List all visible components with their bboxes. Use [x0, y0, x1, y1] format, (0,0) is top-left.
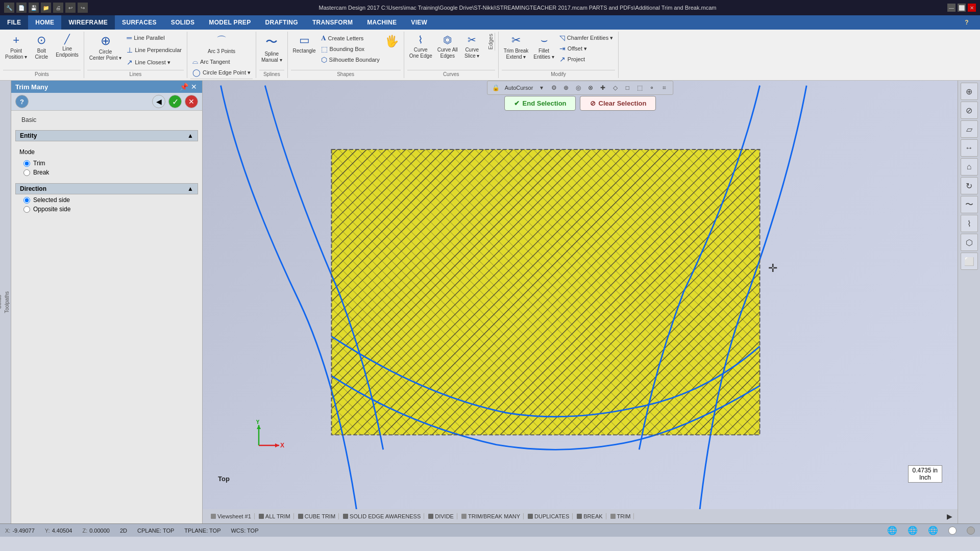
direction-opposite-radio[interactable]: Opposite side — [23, 206, 190, 213]
menu-model-prep[interactable]: MODEL PREP — [202, 15, 258, 30]
menu-solids[interactable]: SOLIDS — [164, 15, 202, 30]
globe-icon1[interactable]: 🌐 — [887, 525, 897, 535]
zoom-extent-button[interactable]: ↔ — [961, 139, 978, 157]
rectangle-button[interactable]: ▭ Rectangle — [291, 33, 318, 55]
square-button[interactable]: ⬜ — [961, 253, 978, 270]
pan-button[interactable]: ▱ — [961, 120, 978, 138]
panel-help-button[interactable]: ? — [15, 95, 29, 108]
autocursor-btn1[interactable]: ⊕ — [560, 82, 572, 93]
save-icon[interactable]: 💾 — [29, 3, 39, 13]
entity-section-header[interactable]: Entity ▲ — [15, 130, 198, 141]
chamfer-entities-button[interactable]: ◹ Chamfer Entities ▾ — [557, 33, 615, 43]
arc-tangent-button[interactable]: ⌓ Arc Tangent — [190, 56, 253, 67]
menu-home[interactable]: HOME — [28, 15, 61, 30]
end-selection-button[interactable]: ✔ End Selection — [504, 96, 576, 111]
circle-white[interactable] — [948, 527, 957, 535]
maximize-button[interactable]: ⬜ — [958, 4, 966, 12]
autocursor-btn9[interactable]: ⌗ — [658, 82, 670, 93]
autocursor-settings-button[interactable]: ⚙ — [548, 82, 559, 93]
print-icon[interactable]: 🖨 — [53, 3, 63, 13]
direction-selected-radio[interactable]: Selected side — [23, 196, 190, 204]
all-trim-label[interactable]: ALL TRIM — [256, 513, 294, 519]
spline-manual-button[interactable]: 〜 SplineManual ▾ — [259, 33, 284, 64]
silhouette-boundary-button[interactable]: ⬡ Silhouette Boundary — [319, 55, 382, 65]
menu-wireframe[interactable]: WIREFRAME — [61, 15, 115, 30]
undo-icon[interactable]: ↩ — [65, 3, 76, 13]
project-button[interactable]: ↗ Project — [557, 54, 615, 64]
create-letters-button[interactable]: 𝐀 Create Letters — [319, 33, 382, 43]
redo-icon[interactable]: ↪ — [78, 3, 88, 13]
minimize-button[interactable]: — — [947, 4, 955, 12]
autocursor-lock-button[interactable]: 🔒 — [491, 82, 502, 93]
line-parallel-button[interactable]: ═ Line Parallel — [125, 33, 184, 43]
panel-close-button[interactable]: ✕ — [190, 83, 198, 91]
menu-machine[interactable]: MACHINE — [360, 15, 404, 30]
cube-trim-label[interactable]: CUBE TRIM — [295, 513, 339, 519]
autocursor-btn6[interactable]: □ — [622, 82, 633, 93]
close-button[interactable]: ✕ — [968, 4, 976, 12]
menu-surfaces[interactable]: SURFACES — [115, 15, 164, 30]
toolpaths-label[interactable]: Toolpaths — [3, 287, 11, 317]
globe-icon2[interactable]: 🌐 — [908, 525, 918, 535]
circle-edge-point-button[interactable]: ◯ Circle Edge Point ▾ — [190, 67, 253, 78]
wave-button[interactable]: 〜 — [961, 196, 978, 213]
menu-file[interactable]: FILE — [0, 15, 28, 30]
trim-break-extend-button[interactable]: ✂ Trim BreakExtend ▾ — [502, 33, 531, 61]
autocursor-btn8[interactable]: ⚬ — [646, 82, 657, 93]
line-endpoints-button[interactable]: ╱ LineEndpoints — [54, 33, 80, 59]
arc-3-points-button[interactable]: ⌒ Arc 3 Points — [190, 33, 253, 56]
canvas-area[interactable]: 🔒 AutoCursor ▾ ⚙ ⊕ ◎ ⊗ ✚ ◇ □ ⬚ ⚬ ⌗ ✔ End… — [203, 81, 958, 523]
panel-cancel-button[interactable]: ✕ — [185, 95, 198, 108]
new-icon[interactable]: 📄 — [16, 3, 27, 13]
window-controls[interactable]: — ⬜ ✕ — [947, 4, 976, 12]
panel-tab-basic[interactable]: Basic — [15, 115, 42, 125]
solids-label[interactable]: Solids — [0, 291, 3, 313]
panel-ok-button[interactable]: ✓ — [168, 95, 182, 108]
curve-one-edge-button[interactable]: ⌇ CurveOne Edge — [407, 33, 434, 60]
duplicates-label[interactable]: DUPLICATES — [525, 513, 573, 519]
circle-center-point-button[interactable]: ⊕ CircleCenter Point ▾ — [87, 33, 124, 62]
solid-edge-label[interactable]: SOLID EDGE AWARENESS — [340, 513, 424, 519]
main-canvas-svg[interactable] — [203, 81, 958, 523]
bolt-circle-button[interactable]: ⊙ BoltCircle — [30, 33, 53, 61]
panel-title-buttons[interactable]: 📌 ✕ — [180, 83, 198, 91]
mode-break-radio[interactable]: Break — [23, 169, 190, 176]
autocursor-btn3[interactable]: ⊗ — [585, 82, 596, 93]
scroll-right-icon[interactable]: ▶ — [947, 512, 952, 520]
mode-trim-radio[interactable]: Trim — [23, 160, 190, 167]
trim-break-many-label[interactable]: TRIM/BREAK MANY — [458, 513, 524, 519]
direction-section-header[interactable]: Direction ▲ — [15, 183, 198, 194]
panel-prev-button[interactable]: ◀ — [152, 95, 165, 108]
viewsheet-label[interactable]: Viewsheet #1 — [208, 513, 255, 519]
home-view-button[interactable]: ⌂ — [961, 158, 978, 176]
title-icons[interactable]: 🔧 📄 💾 📁 🖨 ↩ ↪ — [4, 3, 88, 13]
line-closest-button[interactable]: ↗ Line Closest ▾ — [125, 57, 184, 67]
globe-icon3[interactable]: 🌐 — [928, 525, 938, 535]
curve-all-edges-button[interactable]: ⏣ Curve AllEdges — [435, 33, 460, 60]
autocursor-btn7[interactable]: ⬚ — [634, 82, 645, 93]
help-button[interactable]: ? — [958, 19, 976, 26]
open-icon[interactable]: 📁 — [41, 3, 51, 13]
fillet-entities-button[interactable]: ⌣ FilletEntities ▾ — [531, 33, 556, 61]
zoom-fit-button[interactable]: ⊕ — [961, 83, 978, 100]
autocursor-btn4[interactable]: ✚ — [597, 82, 608, 93]
panel-pin-button[interactable]: 📌 — [180, 83, 188, 91]
hex-button[interactable]: ⬡ — [961, 234, 978, 251]
autocursor-btn2[interactable]: ◎ — [573, 82, 584, 93]
break-label[interactable]: BREAK — [574, 513, 606, 519]
menu-drafting[interactable]: DRAFTING — [258, 15, 305, 30]
circle-gray[interactable] — [967, 527, 975, 535]
zoom-circle-button[interactable]: ⊘ — [961, 102, 978, 119]
rotate-view-button[interactable]: ↻ — [961, 177, 978, 194]
autocursor-btn5[interactable]: ◇ — [609, 82, 621, 93]
trim-label[interactable]: TRIM — [607, 513, 634, 519]
clear-selection-button[interactable]: ⊘ Clear Selection — [580, 96, 656, 111]
menu-view[interactable]: VIEW — [404, 15, 434, 30]
bounding-box-button[interactable]: ⬚ Bounding Box — [319, 44, 382, 54]
divide-label[interactable]: DIVIDE — [425, 513, 457, 519]
line-perpendicular-button[interactable]: ⊥ Line Perpendicular — [125, 45, 184, 55]
curve-slice-button[interactable]: ✂ CurveSlice ▾ — [461, 33, 483, 60]
offset-button[interactable]: ⇥ Offset ▾ — [557, 43, 615, 54]
autocursor-dropdown[interactable]: ▾ — [536, 82, 547, 93]
point-position-button[interactable]: + PointPosition ▾ — [3, 33, 29, 61]
